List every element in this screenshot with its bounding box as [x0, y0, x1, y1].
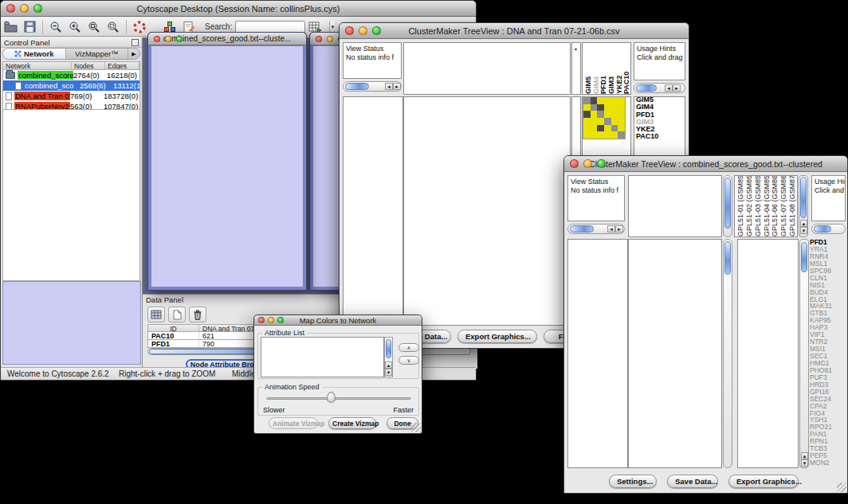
vscrollbar-thumb[interactable]: [724, 241, 731, 275]
hscrollbar-thumb[interactable]: [345, 83, 369, 90]
create-vizmap-button[interactable]: Create Vizmap: [328, 417, 376, 429]
zoom-button[interactable]: [597, 159, 606, 168]
tv2-column-dendrogram-empty[interactable]: [628, 175, 722, 237]
resize-grip[interactable]: [411, 423, 421, 432]
scroll-right-icon[interactable]: ►: [673, 84, 681, 92]
chevron-down-icon[interactable]: ▼: [329, 21, 335, 33]
tv2-row-dendrogram-canvas[interactable]: [568, 240, 627, 467]
export-graphics-button[interactable]: Export Graphics...: [728, 475, 799, 488]
tv2-summary-heatmap-canvas[interactable]: [738, 240, 798, 467]
zoom-in-icon[interactable]: [67, 19, 83, 34]
vscrollbar-thumb[interactable]: [801, 242, 807, 272]
minimize-button[interactable]: [165, 36, 171, 42]
hscrollbar-thumb[interactable]: [814, 225, 831, 232]
zoom-button[interactable]: [277, 317, 284, 323]
open-file-icon[interactable]: [2, 19, 18, 34]
column-header-edges[interactable]: Edges: [105, 62, 139, 69]
settings-button[interactable]: Settings...: [609, 475, 657, 488]
network-list-row[interactable]: combined_scores_2764(0)16218(0): [3, 70, 139, 80]
zoom-button[interactable]: [372, 26, 381, 35]
resize-grip[interactable]: [837, 483, 846, 492]
scroll-down-icon[interactable]: ▼: [800, 227, 807, 234]
column-header-network[interactable]: Network: [3, 62, 72, 69]
hscrollbar-thumb[interactable]: [636, 84, 657, 92]
vscrollbar-thumb[interactable]: [800, 177, 807, 218]
scroll-left-icon[interactable]: ◄: [665, 84, 673, 92]
zoom-button[interactable]: [176, 36, 183, 42]
zoom-fit-icon[interactable]: [86, 19, 102, 34]
close-button[interactable]: [154, 36, 160, 42]
tv1-column-dendrogram[interactable]: [403, 42, 571, 95]
minimize-button[interactable]: [268, 317, 274, 323]
column-header-id[interactable]: ID: [148, 325, 199, 331]
network-title-bar[interactable]: combined_scores_good.txt--cluste...: [148, 33, 306, 45]
tv1-row-dendrogram[interactable]: [343, 96, 403, 326]
zoom-selected-icon[interactable]: [105, 19, 121, 34]
dialog-title-bar[interactable]: Map Colors to Network: [254, 315, 422, 326]
new-attribute-icon[interactable]: [168, 307, 186, 322]
zoom-button[interactable]: [33, 4, 42, 13]
tv1-title-bar[interactable]: ClusterMaker TreeView : DNA and Tran 07-…: [340, 23, 689, 39]
column-header-nodes[interactable]: Nodes: [72, 62, 105, 69]
network-list-row[interactable]: DNA and Tran 07769(0)183728(0): [3, 91, 139, 101]
float-panel-icon[interactable]: [132, 39, 139, 46]
network-list-row[interactable]: combined_sco2569(6)13112(15): [3, 80, 139, 91]
scroll-up-icon[interactable]: ▲: [800, 220, 807, 227]
tv1-heatmap-canvas[interactable]: [404, 97, 570, 325]
tv2-row-dendrogram[interactable]: [567, 239, 628, 468]
animate-vizmap-button[interactable]: Animate Vizmap: [269, 417, 318, 429]
scroll-up-icon[interactable]: ▲: [801, 452, 808, 459]
scroll-up-icon[interactable]: ▲: [574, 46, 578, 51]
attribute-select-icon[interactable]: [147, 307, 165, 322]
save-data-button[interactable]: Save Data...: [667, 475, 718, 488]
scroll-left-icon[interactable]: ◄: [607, 225, 615, 232]
minimize-button[interactable]: [20, 4, 29, 13]
tv1-summary-matrix[interactable]: [583, 96, 626, 139]
close-button[interactable]: [258, 317, 265, 323]
tv1-minimap-top[interactable]: ▲: [571, 42, 581, 95]
tv2-title-bar[interactable]: ClusterMaker TreeView : combined_scores_…: [564, 156, 847, 172]
tab-network[interactable]: Network: [3, 49, 66, 59]
scroll-left-icon[interactable]: ◄: [385, 83, 393, 90]
network-canvas[interactable]: [151, 46, 303, 284]
scroll-right-icon[interactable]: ►: [615, 225, 623, 232]
tv2-heatmap-canvas[interactable]: [629, 240, 721, 467]
close-button[interactable]: [345, 26, 354, 35]
tv1-column-dendrogram-canvas[interactable]: [404, 43, 570, 94]
close-button[interactable]: [6, 4, 15, 13]
minimize-button[interactable]: [583, 159, 592, 168]
main-title-bar[interactable]: Cytoscape Desktop (Session Name: collins…: [1, 1, 476, 17]
scroll-right-icon[interactable]: ►: [393, 83, 401, 90]
help-lifesaver-icon[interactable]: [132, 19, 147, 34]
speed-slider-thumb[interactable]: [327, 392, 336, 403]
network-view[interactable]: [151, 46, 303, 287]
network-overview-thumbnail[interactable]: [2, 281, 141, 365]
attribute-listbox[interactable]: [261, 337, 384, 377]
save-icon[interactable]: [22, 19, 37, 34]
hscrollbar-thumb[interactable]: [570, 225, 594, 232]
minimize-button[interactable]: [327, 36, 333, 42]
zoom-out-icon[interactable]: [48, 19, 64, 34]
export-graphics-button[interactable]: Export Graphics...: [457, 330, 537, 343]
minimize-button[interactable]: [359, 26, 367, 35]
close-button[interactable]: [570, 159, 579, 168]
attribute-list-scrollbar[interactable]: ▲ ▼: [384, 337, 393, 377]
vscrollbar-thumb[interactable]: [724, 178, 731, 229]
overview-canvas[interactable]: [3, 282, 140, 364]
tv2-heatmap[interactable]: [628, 239, 722, 468]
usage-hints-title: Usage Hints: [815, 178, 842, 186]
scroll-down-icon[interactable]: ▼: [385, 369, 392, 376]
tv1-heatmap[interactable]: [403, 96, 571, 326]
scroll-down-icon[interactable]: ▼: [801, 459, 808, 467]
tv1-row-dendrogram-canvas[interactable]: [344, 97, 402, 325]
tab-overflow-icon[interactable]: ▶: [128, 49, 139, 59]
delete-attribute-trash-icon[interactable]: [189, 307, 206, 322]
close-button[interactable]: [316, 36, 322, 42]
speed-slider-track[interactable]: [266, 397, 411, 400]
scroll-up-icon[interactable]: ▲: [385, 361, 392, 369]
move-up-button[interactable]: ∧: [398, 343, 419, 352]
move-down-button[interactable]: ∨: [398, 356, 419, 365]
tv2-summary-heatmap[interactable]: [737, 239, 799, 468]
tab-vizmapper[interactable]: VizMapper™: [66, 49, 129, 59]
vscrollbar-thumb[interactable]: [386, 339, 391, 358]
